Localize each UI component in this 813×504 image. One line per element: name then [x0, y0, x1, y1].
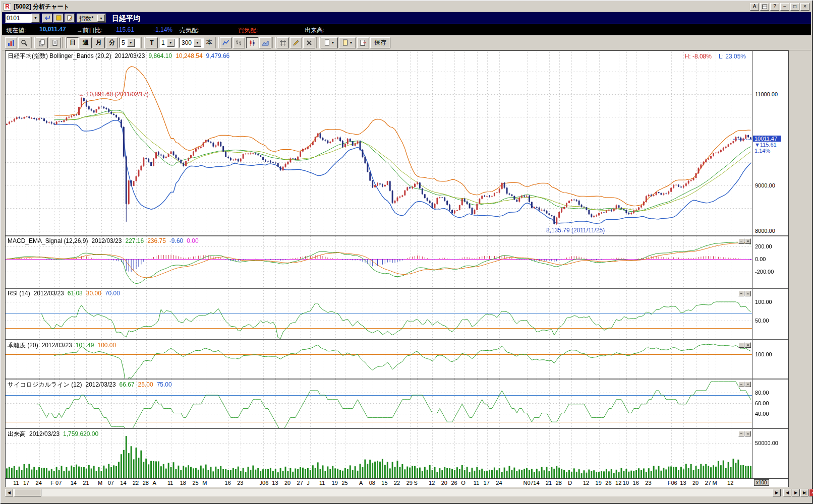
scroll-left-button[interactable]: ◀ [5, 489, 13, 496]
period-month-button[interactable]: 月 [93, 37, 105, 48]
axis-tick-label: 200.00 [755, 243, 772, 249]
psychological-panel-title: サイコロジカルライン (12) [8, 381, 82, 388]
favorites-button[interactable] [53, 14, 64, 23]
close-button[interactable]: × [800, 3, 809, 11]
zero-value: 0.00 [187, 237, 198, 244]
bar-count-select[interactable]: 300 ▼ [179, 38, 204, 48]
period-week-button[interactable]: 週 [80, 37, 92, 48]
chevron-down-icon[interactable]: ▼ [167, 39, 175, 47]
symbol-go-button[interactable] [42, 14, 52, 23]
zoom-button[interactable] [18, 37, 30, 48]
x-axis-label: 24 [496, 480, 502, 486]
x-axis-label: F [50, 480, 54, 486]
main-chart-canvas[interactable] [6, 51, 752, 235]
save-button[interactable]: 保存 [370, 37, 390, 48]
chart-close-button[interactable]: × [809, 489, 813, 496]
period-minute-button[interactable]: 分 [106, 37, 118, 48]
titlebar-a-button[interactable]: A [750, 3, 759, 11]
x-axis-label: F06 [668, 480, 677, 486]
step-back-button[interactable]: ◀ [783, 489, 791, 496]
panel-close-button[interactable]: × [745, 238, 751, 244]
toolbar-separator [272, 37, 276, 48]
chart-settings-icon [8, 39, 15, 46]
grid-toggle-button[interactable] [277, 37, 289, 48]
panel-minimize-button[interactable]: − [738, 238, 744, 244]
template-menu-button[interactable]: ▼ [339, 37, 356, 48]
bar-chart-type-button[interactable] [233, 37, 245, 48]
symbol-dropdown-button[interactable]: ▼ [31, 14, 40, 23]
main-panel-header: 日経平均(指数) Bollinger_Bands (20,2)2012/03/2… [8, 52, 233, 60]
tick-interval-select[interactable]: 1 ▼ [159, 38, 178, 48]
x-axis-label: M [712, 480, 717, 486]
x-axis-label: 13 [680, 480, 686, 486]
scroll-right-button[interactable]: ▶ [773, 489, 781, 496]
chevron-down-icon: ▼ [331, 41, 335, 44]
x-axis-label: 25 [341, 480, 347, 486]
volume-axis: 50000.00 [753, 429, 788, 478]
panel-close-button[interactable]: × [745, 431, 751, 436]
panel-close-button[interactable]: × [745, 291, 751, 296]
x-axis-label: 18 [180, 480, 186, 486]
chart-settings-button[interactable] [5, 37, 17, 48]
export-page-icon [360, 39, 367, 46]
candle-chart-type-button[interactable] [246, 37, 258, 48]
new-window-button[interactable] [49, 37, 61, 48]
scrollbar-thumb[interactable] [14, 489, 41, 496]
panel-minimize-button[interactable]: − [738, 382, 744, 387]
panel-close-button[interactable]: × [745, 382, 751, 387]
panel-minimize-button[interactable]: − [738, 291, 744, 296]
minimize-button[interactable]: − [780, 3, 789, 11]
low-percent-label: L: 23.05% [719, 53, 746, 60]
erase-drawing-button[interactable] [303, 37, 315, 48]
volume-chart-canvas[interactable] [6, 429, 752, 478]
panel-minimize-button[interactable]: − [738, 342, 744, 348]
draw-line-button[interactable] [290, 37, 302, 48]
window-layout-icon [762, 5, 767, 9]
x-axis-label: 07 [55, 480, 62, 486]
memo-button[interactable] [65, 14, 75, 23]
jump-latest-button[interactable]: ▶| [800, 489, 808, 496]
help-button[interactable]: ? [770, 3, 779, 11]
high-percent-label: H: -8.08% [685, 53, 712, 60]
panel-controls: −× [738, 429, 751, 436]
instrument-type-select[interactable]: 指数* ▼ [77, 14, 106, 23]
peak-annotation: ← 10,891.60 (2011/02/17) [78, 91, 148, 98]
indicator-menu-button[interactable]: ▼ [321, 37, 338, 48]
x-axis-label: A [152, 480, 156, 486]
minute-interval-select[interactable]: 5 ▼ [119, 38, 140, 48]
rsi-low-level: 30.00 [86, 290, 101, 297]
x-axis-label: M [202, 480, 207, 486]
psychological-axis: 80.0060.0040.00 [753, 380, 788, 428]
line-chart-type-button[interactable] [220, 37, 232, 48]
panel-controls: −× [738, 341, 751, 348]
copy-chart-button[interactable] [36, 37, 48, 48]
x-axis-label: 23 [645, 480, 651, 486]
titlebar-panel-button[interactable] [760, 3, 769, 11]
scrollbar-track[interactable] [13, 489, 773, 496]
area-chart-type-button[interactable] [259, 37, 271, 48]
toolbar-separator [316, 37, 320, 48]
ask-label: 売気配: [180, 26, 199, 35]
chevron-down-icon[interactable]: ▼ [194, 39, 201, 47]
x-axis-label: 17 [23, 480, 29, 486]
x-axis-label: 13 [272, 480, 278, 486]
chevron-down-icon[interactable]: ▼ [97, 15, 105, 22]
x-axis-label: 23 [237, 480, 243, 486]
rsi-value: 61.08 [68, 290, 83, 297]
chevron-down-icon[interactable]: ▼ [127, 39, 135, 47]
symbol-toolbar: ▼ 指数* ▼ 日経平均 [2, 12, 811, 24]
toolbar-separator [141, 37, 145, 48]
tick-button[interactable]: T [146, 37, 158, 48]
panel-close-button[interactable]: × [745, 342, 751, 348]
panel-minimize-button[interactable]: − [738, 431, 744, 436]
zoom-icon [21, 39, 28, 46]
period-day-button[interactable]: 日 [67, 37, 79, 48]
axis-tick-label: 50.00 [755, 318, 769, 324]
deviation-panel-title: 乖離度 (20) [8, 342, 38, 349]
step-forward-button[interactable]: ▶ [792, 489, 800, 496]
symbol-input[interactable] [5, 14, 31, 23]
maximize-button[interactable]: □ [790, 3, 799, 11]
bollinger-upper-value: 10,248.54 [176, 52, 202, 59]
capture-button[interactable] [357, 37, 369, 48]
bar-count-unit-label: 本 [206, 38, 212, 47]
